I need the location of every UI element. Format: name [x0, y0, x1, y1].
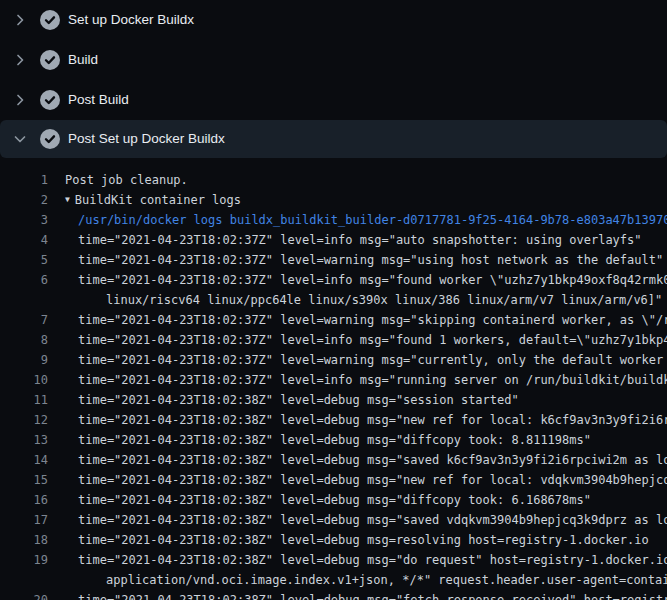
log-wrap-line: linux/riscv64 linux/ppc64le linux/s390x … — [0, 290, 667, 310]
log-line: 3/usr/bin/docker logs buildx_buildkit_bu… — [0, 210, 667, 230]
chevron-right-icon — [12, 92, 28, 108]
log-line: 5time="2021-04-23T18:02:37Z" level=warni… — [0, 250, 667, 270]
chevron-right-icon — [12, 52, 28, 68]
log-line-number[interactable]: 2 — [0, 193, 48, 207]
step-label: Set up Docker Buildx — [68, 13, 194, 27]
log-text: time="2021-04-23T18:02:37Z" level=info m… — [78, 333, 667, 347]
log-line-number[interactable]: 13 — [0, 433, 48, 447]
log-line: 8time="2021-04-23T18:02:37Z" level=info … — [0, 330, 667, 350]
step-label: Post Build — [68, 93, 129, 107]
chevron-down-icon — [12, 131, 28, 147]
group-expanded-triangle-icon: ▼ — [65, 195, 70, 204]
log-text: time="2021-04-23T18:02:38Z" level=debug … — [78, 553, 667, 567]
log-text: time="2021-04-23T18:02:38Z" level=debug … — [78, 513, 667, 527]
log-line-number[interactable]: 19 — [0, 553, 48, 567]
log-line-number[interactable]: 5 — [0, 253, 48, 267]
step-row-post-set-up-docker-buildx[interactable]: Post Set up Docker Buildx — [0, 120, 667, 158]
check-circle-icon — [40, 129, 60, 149]
log-line-number[interactable]: 6 — [0, 273, 48, 287]
log-line-number[interactable]: 17 — [0, 513, 48, 527]
log-command-text: /usr/bin/docker logs buildx_buildkit_bui… — [78, 213, 667, 227]
log-text: time="2021-04-23T18:02:38Z" level=debug … — [78, 533, 649, 547]
log-text: time="2021-04-23T18:02:38Z" level=debug … — [78, 413, 667, 427]
check-circle-icon — [40, 10, 60, 30]
log-group-toggle-line[interactable]: 2▼BuildKit container logs — [0, 190, 667, 210]
log-line: 1Post job cleanup. — [0, 170, 667, 190]
check-circle-icon — [40, 50, 60, 70]
log-area: 1Post job cleanup.2▼BuildKit container l… — [0, 158, 667, 600]
log-line-number[interactable]: 11 — [0, 393, 48, 407]
log-text: linux/riscv64 linux/ppc64le linux/s390x … — [106, 293, 662, 307]
actions-log-viewer: Set up Docker BuildxBuildPost BuildPost … — [0, 0, 667, 600]
log-line: 6time="2021-04-23T18:02:37Z" level=info … — [0, 270, 667, 290]
log-line-number[interactable]: 3 — [0, 213, 48, 227]
log-text: time="2021-04-23T18:02:37Z" level=warnin… — [78, 353, 667, 367]
log-line: 13time="2021-04-23T18:02:38Z" level=debu… — [0, 430, 667, 450]
log-text: time="2021-04-23T18:02:38Z" level=debug … — [78, 473, 667, 487]
log-line: 14time="2021-04-23T18:02:38Z" level=debu… — [0, 450, 667, 470]
log-line: 7time="2021-04-23T18:02:37Z" level=warni… — [0, 310, 667, 330]
log-text: time="2021-04-23T18:02:38Z" level=debug … — [78, 433, 591, 447]
log-line: 16time="2021-04-23T18:02:38Z" level=debu… — [0, 490, 667, 510]
log-line: 15time="2021-04-23T18:02:38Z" level=debu… — [0, 470, 667, 490]
step-label: Build — [68, 53, 98, 67]
log-line-number[interactable]: 4 — [0, 233, 48, 247]
log-line-number[interactable]: 7 — [0, 313, 48, 327]
log-text: time="2021-04-23T18:02:37Z" level=info m… — [78, 273, 667, 287]
log-text: Post job cleanup. — [65, 173, 188, 187]
log-wrap-line: application/vnd.oci.image.index.v1+json,… — [0, 570, 667, 590]
log-text: time="2021-04-23T18:02:38Z" level=debug … — [78, 393, 519, 407]
log-line: 10time="2021-04-23T18:02:37Z" level=info… — [0, 370, 667, 390]
log-line-number[interactable]: 18 — [0, 533, 48, 547]
log-line: 18time="2021-04-23T18:02:38Z" level=debu… — [0, 530, 667, 550]
log-line: 11time="2021-04-23T18:02:38Z" level=debu… — [0, 390, 667, 410]
log-line-number[interactable]: 8 — [0, 333, 48, 347]
step-row-post-build[interactable]: Post Build — [0, 80, 667, 120]
step-row-build[interactable]: Build — [0, 40, 667, 80]
log-text: time="2021-04-23T18:02:38Z" level=debug … — [78, 493, 591, 507]
log-line-number[interactable]: 12 — [0, 413, 48, 427]
chevron-right-icon — [12, 12, 28, 28]
log-line-number[interactable]: 14 — [0, 453, 48, 467]
log-line: 9time="2021-04-23T18:02:37Z" level=warni… — [0, 350, 667, 370]
log-line-number[interactable]: 9 — [0, 353, 48, 367]
step-label: Post Set up Docker Buildx — [68, 132, 225, 146]
log-line: 4time="2021-04-23T18:02:37Z" level=info … — [0, 230, 667, 250]
log-text: time="2021-04-23T18:02:38Z" level=debug … — [78, 453, 667, 467]
log-line-number[interactable]: 1 — [0, 173, 48, 187]
log-line: 17time="2021-04-23T18:02:38Z" level=debu… — [0, 510, 667, 530]
log-text: time="2021-04-23T18:02:37Z" level=info m… — [78, 373, 667, 387]
log-text: time="2021-04-23T18:02:37Z" level=warnin… — [78, 253, 663, 267]
log-line-number[interactable]: 15 — [0, 473, 48, 487]
log-text: application/vnd.oci.image.index.v1+json,… — [106, 573, 667, 587]
log-line-number[interactable]: 10 — [0, 373, 48, 387]
log-text: BuildKit container logs — [75, 193, 241, 207]
log-line: 12time="2021-04-23T18:02:38Z" level=debu… — [0, 410, 667, 430]
log-text: time="2021-04-23T18:02:37Z" level=warnin… — [78, 313, 667, 327]
check-circle-icon — [40, 90, 60, 110]
log-line-number[interactable]: 16 — [0, 493, 48, 507]
log-text: time="2021-04-23T18:02:37Z" level=info m… — [78, 233, 642, 247]
step-row-set-up-docker-buildx[interactable]: Set up Docker Buildx — [0, 0, 667, 40]
log-line: 19time="2021-04-23T18:02:38Z" level=debu… — [0, 550, 667, 570]
log-text: time="2021-04-23T18:02:38Z" level=debug … — [78, 593, 667, 600]
log-line: 20time="2021-04-23T18:02:38Z" level=debu… — [0, 590, 667, 600]
steps-list: Set up Docker BuildxBuildPost BuildPost … — [0, 0, 667, 158]
log-line-number[interactable]: 20 — [0, 593, 48, 600]
